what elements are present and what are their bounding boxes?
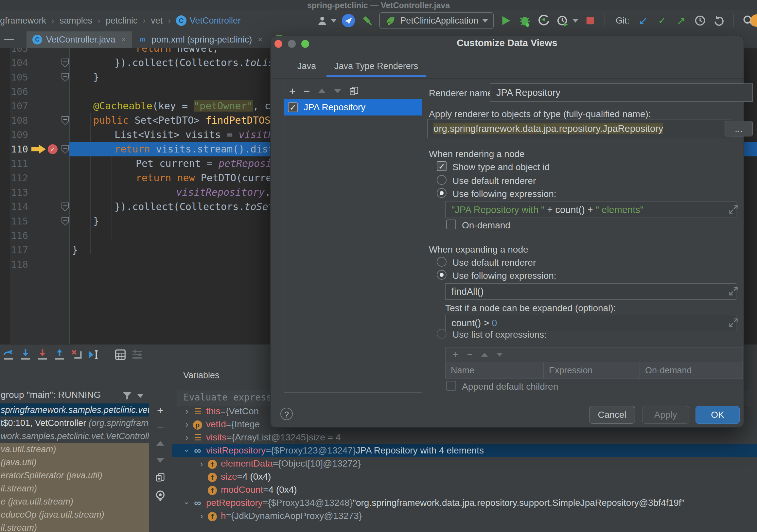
- step-over-icon[interactable]: [0, 348, 17, 362]
- expand-chevron-icon[interactable]: ›: [182, 406, 192, 417]
- line-number[interactable]: 115: [0, 214, 28, 228]
- frame-row[interactable]: work.samples.petclinic.vet.VetController…: [0, 430, 149, 443]
- expand-editor-icon[interactable]: [729, 204, 738, 214]
- line-number[interactable]: 111: [0, 156, 28, 171]
- remove-watch-icon[interactable]: −: [154, 422, 166, 433]
- stop-button[interactable]: [583, 14, 597, 28]
- breadcrumb-item[interactable]: CVetController: [176, 16, 241, 26]
- append-children-checkbox[interactable]: ✓: [446, 381, 456, 391]
- tab-pom-xml-spring-petclinic-[interactable]: mpom.xml (spring-petclinic)×: [132, 31, 269, 48]
- move-expression-down-icon[interactable]: [496, 353, 503, 357]
- breadcrumb-item[interactable]: vet: [151, 16, 163, 26]
- frames-panel[interactable]: group "main": RUNNING springframework.sa…: [0, 365, 149, 532]
- step-into-icon[interactable]: [17, 348, 34, 362]
- frame-row[interactable]: t$0:101, VetController (org.springframew: [0, 417, 149, 430]
- close-tab-icon[interactable]: ×: [258, 35, 262, 44]
- line-number[interactable]: 107: [0, 99, 28, 113]
- table-header-name[interactable]: Name: [445, 362, 544, 379]
- user-avatar-icon[interactable]: [315, 14, 329, 28]
- table-header-on-demand[interactable]: On-demand: [640, 362, 742, 379]
- variable-row[interactable]: ›☰visits = {ArrayList@13245} size = 4: [172, 431, 757, 444]
- frame-row[interactable]: il.stream): [0, 482, 149, 495]
- frame-row[interactable]: educeOp (java.util.stream): [0, 508, 149, 521]
- move-up-icon[interactable]: [154, 437, 166, 449]
- expand-chevron-icon[interactable]: ›: [197, 459, 206, 469]
- test-expression-input[interactable]: count() > 0: [445, 315, 736, 331]
- git-push-icon[interactable]: ↗: [674, 14, 688, 28]
- run-more-chevron-icon[interactable]: [572, 19, 578, 22]
- move-renderer-down-icon[interactable]: [334, 89, 342, 93]
- line-number[interactable]: 108: [0, 113, 28, 128]
- render-expression-input[interactable]: "JPA Repository with " + count() + " ele…: [445, 202, 736, 218]
- add-expression-icon[interactable]: +: [453, 349, 459, 360]
- line-number[interactable]: 117: [0, 243, 28, 257]
- line-number[interactable]: 113: [0, 185, 28, 200]
- line-number[interactable]: 114: [0, 200, 28, 214]
- fold-marker-icon[interactable]: −: [62, 203, 69, 211]
- run-to-cursor-icon[interactable]: [85, 348, 102, 362]
- close-tab-icon[interactable]: ×: [121, 35, 126, 44]
- type-fqn-input[interactable]: org.springframework.data.jpa.repository.…: [427, 119, 731, 138]
- drop-frame-icon[interactable]: [68, 348, 85, 362]
- git-commit-icon[interactable]: ✓: [655, 14, 669, 28]
- line-number[interactable]: 109: [0, 128, 28, 142]
- move-renderer-up-icon[interactable]: [318, 89, 326, 93]
- frame-row[interactable]: va.util.stream): [0, 443, 149, 456]
- run-button[interactable]: [499, 14, 513, 28]
- line-number[interactable]: 103: [0, 48, 28, 56]
- remove-expression-icon[interactable]: −: [467, 349, 473, 360]
- hide-panel-icon[interactable]: —: [3, 31, 16, 48]
- fold-marker-icon[interactable]: −: [62, 73, 69, 82]
- copy-renderer-icon[interactable]: [349, 86, 358, 96]
- expand-expression-input[interactable]: findAll(): [445, 283, 736, 300]
- fold-marker-icon[interactable]: −: [62, 217, 69, 226]
- apply-button[interactable]: Apply: [642, 406, 689, 424]
- evaluate-expression-icon[interactable]: [112, 348, 129, 362]
- debug-button[interactable]: [518, 14, 532, 28]
- step-out-icon[interactable]: [51, 348, 68, 362]
- history-icon[interactable]: [693, 14, 707, 28]
- expand-chevron-icon[interactable]: ›: [182, 446, 192, 455]
- cancel-button[interactable]: Cancel: [589, 406, 635, 424]
- variable-row[interactable]: ›∞visitRepository = {$Proxy123@13247} JP…: [172, 444, 757, 457]
- expand-editor-icon[interactable]: [729, 318, 738, 328]
- help-button[interactable]: ?: [280, 408, 293, 420]
- render-default-radio[interactable]: [437, 175, 446, 185]
- ok-button[interactable]: OK: [695, 406, 740, 424]
- use-list-radio[interactable]: [437, 329, 446, 339]
- build-hammer-icon[interactable]: [360, 14, 375, 28]
- breakpoint-icon[interactable]: ✓: [48, 144, 58, 154]
- line-number[interactable]: 105: [0, 70, 28, 84]
- git-update-icon[interactable]: ↙: [636, 14, 651, 28]
- expand-editor-icon[interactable]: [729, 286, 738, 296]
- expand-chevron-icon[interactable]: ›: [182, 420, 192, 430]
- variable-row[interactable]: fmodCount = 4 (0x4): [172, 483, 757, 496]
- renderer-list-item[interactable]: ✓JPA Repository: [284, 99, 422, 115]
- variable-row[interactable]: ›fh = {JdkDynamicAopProxy@13273}: [172, 510, 757, 522]
- expand-expression-radio[interactable]: [437, 270, 446, 280]
- line-number[interactable]: 118: [0, 257, 28, 271]
- filter-funnel-icon[interactable]: [122, 390, 133, 401]
- renderer-enabled-checkbox[interactable]: ✓: [288, 102, 298, 112]
- frame-row[interactable]: il.stream): [0, 521, 149, 532]
- remove-renderer-icon[interactable]: −: [304, 85, 310, 97]
- frames-chevron-icon[interactable]: [137, 394, 143, 398]
- line-number[interactable]: 104: [0, 56, 28, 70]
- code-with-me-icon[interactable]: [341, 14, 356, 28]
- breadcrumb-item[interactable]: petclinic: [106, 16, 138, 26]
- breadcrumb-item[interactable]: gframework: [0, 16, 46, 26]
- expand-chevron-icon[interactable]: ›: [197, 511, 206, 521]
- duplicate-watch-icon[interactable]: [154, 471, 166, 483]
- renderer-name-input[interactable]: JPA Repository: [490, 83, 753, 102]
- run-configuration-select[interactable]: PetClinicApplication: [379, 12, 494, 29]
- coverage-button[interactable]: [556, 14, 570, 28]
- frame-row[interactable]: e (java.util.stream): [0, 495, 149, 508]
- dialog-tab-java-type-renderers[interactable]: Java Type Renderers: [326, 61, 426, 77]
- show-type-checkbox[interactable]: ✓: [437, 161, 446, 171]
- line-number[interactable]: 112: [0, 171, 28, 185]
- variable-row[interactable]: ›∞petRepository = {$Proxy134@13248} "org…: [172, 496, 757, 510]
- dialog-tab-java[interactable]: Java: [289, 61, 324, 77]
- tab-vetcontroller-java[interactable]: CVetController.java×: [26, 31, 132, 48]
- fold-marker-icon[interactable]: −: [62, 59, 69, 67]
- add-watch-icon[interactable]: +: [154, 404, 166, 416]
